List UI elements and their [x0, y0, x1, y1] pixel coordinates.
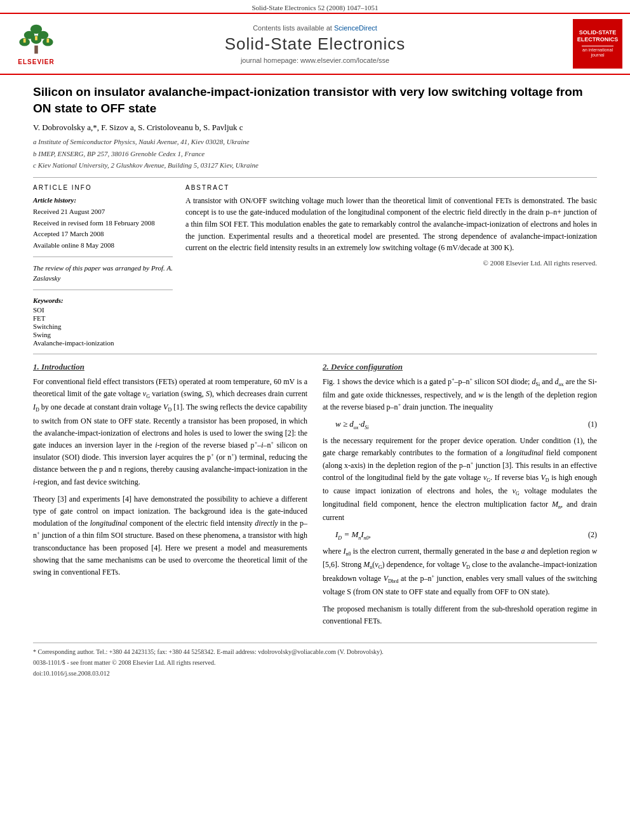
keyword-3: Switching: [33, 323, 173, 330]
abstract-text: A transistor with ON/OFF switching volta…: [185, 195, 597, 254]
eq2-text: ID = MnIn0,: [335, 530, 371, 541]
device-config-heading: 2. Device configuration: [323, 362, 597, 372]
journal-ref-text: Solid-State Electronics 52 (2008) 1047–1…: [251, 4, 378, 11]
elsevier-tree-icon: [17, 22, 55, 57]
introduction-col: 1. Introduction For conventional field e…: [33, 362, 307, 632]
reviewer-note: The review of this paper was arranged by…: [33, 263, 173, 283]
divider-body: [33, 354, 597, 354]
doi-footnote: doi:10.1016/j.sse.2008.03.012: [33, 669, 597, 678]
intro-para-1: For conventional field effect transistor…: [33, 376, 307, 488]
keyword-4: Swing: [33, 331, 173, 338]
journal-title-header: Solid-State Electronics: [65, 34, 565, 54]
intro-para-2: Theory [3] and experiments [4] have demo…: [33, 493, 307, 578]
divider-kw: [33, 290, 173, 290]
eq2-number: (2): [588, 530, 597, 540]
svg-rect-8: [23, 39, 26, 43]
affiliations: a Institute of Semiconductor Physics, Na…: [33, 137, 597, 171]
abstract-col: ABSTRACT A transistor with ON/OFF switch…: [185, 184, 597, 347]
svg-rect-10: [47, 39, 50, 43]
issn-footnote: 0038-1101/$ - see front matter © 2008 El…: [33, 658, 597, 667]
article-history: Article history: Received 21 August 2007…: [33, 195, 173, 251]
footnote-area: * Corresponding author. Tel.: +380 44 24…: [33, 643, 597, 678]
keywords-block: Keywords: SOI FET Switching Swing Avalan…: [33, 297, 173, 347]
affiliation-1: a Institute of Semiconductor Physics, Na…: [33, 137, 597, 147]
sciencedirect-link[interactable]: ScienceDirect: [334, 24, 377, 32]
divider-info: [33, 257, 173, 257]
received2: Received in revised form 18 February 200…: [33, 218, 173, 229]
device-para-2: is the necessary requirement for the pro…: [323, 435, 597, 524]
eq1-text: w ≥ dox·dSi: [335, 419, 368, 430]
received1: Received 21 August 2007: [33, 206, 173, 217]
device-para-4: The proposed mechanism is totally differ…: [323, 603, 597, 627]
article-info-col: ARTICLE INFO Article history: Received 2…: [33, 184, 173, 347]
article-title: Silicon on insulator avalanche-impact-io…: [33, 84, 597, 116]
authors-text: V. Dobrovolsky a,*, F. Sizov a, S. Crist…: [33, 123, 243, 132]
sse-logo-box: SOLID-STATE ELECTRONICS an international…: [565, 19, 622, 69]
body-columns: 1. Introduction For conventional field e…: [33, 362, 597, 632]
elsevier-label: ELSEVIER: [18, 58, 54, 65]
and-word: and: [61, 477, 72, 486]
affiliation-2: b IMEP, ENSERG, BP 257, 38016 Grenoble C…: [33, 149, 597, 159]
keyword-5: Avalanche-impact-ionization: [33, 339, 173, 347]
contents-text: Contents lists available at: [253, 24, 332, 32]
device-para-3: where In0 is the electron current, therm…: [323, 545, 597, 598]
sse-logo: SOLID-STATE ELECTRONICS an international…: [573, 19, 622, 69]
svg-rect-7: [34, 46, 38, 54]
header-center: Contents lists available at ScienceDirec…: [65, 24, 565, 64]
keyword-1: SOI: [33, 306, 173, 314]
available: Available online 8 May 2008: [33, 240, 173, 251]
keyword-2: FET: [33, 314, 173, 322]
accepted: Accepted 17 March 2008: [33, 229, 173, 239]
copyright-text: © 2008 Elsevier Ltd. All rights reserved…: [185, 259, 597, 267]
article-content: Silicon on insulator avalanche-impact-io…: [0, 75, 630, 692]
journal-homepage: journal homepage: www.elsevier.com/locat…: [65, 57, 565, 64]
journal-header: ELSEVIER Contents lists available at Sci…: [0, 13, 630, 75]
equation-2: ID = MnIn0, (2): [335, 530, 597, 541]
introduction-heading: 1. Introduction: [33, 362, 307, 372]
equation-1: w ≥ dox·dSi (1): [335, 419, 597, 430]
history-label: Article history:: [33, 195, 173, 206]
affiliation-3: c Kiev National University, 2 Glushkov A…: [33, 160, 597, 171]
divider-1: [33, 177, 597, 178]
abstract-label: ABSTRACT: [185, 184, 597, 191]
eq1-number: (1): [588, 420, 597, 429]
corresponding-footnote: * Corresponding author. Tel.: +380 44 24…: [33, 647, 597, 657]
elsevier-logo: ELSEVIER: [8, 22, 65, 65]
sse-logo-title: SOLID-STATE ELECTRONICS: [575, 29, 620, 43]
page-wrapper: Solid-State Electronics 52 (2008) 1047–1…: [0, 0, 630, 840]
svg-rect-9: [35, 36, 37, 40]
article-info-abstract-section: ARTICLE INFO Article history: Received 2…: [33, 184, 597, 347]
sciencedirect-line: Contents lists available at ScienceDirec…: [65, 24, 565, 32]
keywords-label: Keywords:: [33, 297, 173, 304]
sse-logo-sub: an international journal: [575, 48, 620, 58]
device-config-col: 2. Device configuration Fig. 1 shows the…: [323, 362, 597, 632]
device-para-1: Fig. 1 shows the device which is a gated…: [323, 376, 597, 414]
journal-reference: Solid-State Electronics 52 (2008) 1047–1…: [0, 0, 630, 13]
article-info-label: ARTICLE INFO: [33, 184, 173, 191]
authors: V. Dobrovolsky a,*, F. Sizov a, S. Crist…: [33, 123, 597, 133]
